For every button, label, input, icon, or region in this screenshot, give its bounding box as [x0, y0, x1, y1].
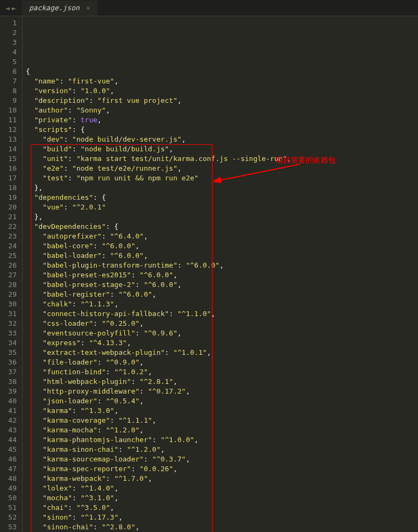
line-number: 39: [3, 387, 17, 396]
line-number: 6: [3, 67, 17, 76]
code-line: "dev": "node build/dev-server.js",: [26, 135, 418, 144]
nav-back-icon[interactable]: ◄: [4, 4, 11, 12]
line-number: 27: [3, 270, 17, 280]
line-number: 2: [3, 28, 17, 38]
line-number: 43: [3, 425, 17, 435]
line-number: 8: [3, 86, 17, 96]
line-number: 52: [3, 513, 17, 522]
line-number: 3: [3, 38, 17, 47]
line-number: 48: [3, 474, 17, 484]
close-icon[interactable]: ×: [86, 4, 90, 12]
code-line: },: [26, 183, 418, 193]
code-line: "karma-spec-reporter": "0.0.26",: [26, 464, 418, 474]
line-number: 13: [3, 135, 17, 144]
code-line: "devDependencies": {: [26, 222, 418, 232]
code-line: "chalk": "^1.1.3",: [26, 299, 418, 309]
nav-forward-icon[interactable]: ►: [11, 4, 17, 12]
line-number: 9: [3, 96, 17, 106]
code-line: "karma-mocha": "^1.2.0",: [26, 425, 418, 435]
code-line: "connect-history-api-fallback": "^1.1.0"…: [26, 309, 418, 319]
line-number: 32: [3, 319, 17, 328]
line-number: 47: [3, 464, 17, 474]
code-line: "test": "npm run unit && npm run e2e": [26, 173, 418, 183]
code-line: "author": "Sonny",: [26, 106, 418, 115]
code-line: "babel-preset-es2015": "^6.0.0",: [26, 270, 418, 280]
code-line: "build": "node build/build.js",: [26, 144, 418, 154]
code-line: {: [26, 67, 418, 76]
code-line: "scripts": {: [26, 125, 418, 135]
line-number: 21: [3, 212, 17, 222]
code-line: "css-loader": "^0.25.0",: [26, 319, 418, 328]
line-number: 28: [3, 280, 17, 290]
code-line: "dependencies": {: [26, 193, 418, 202]
line-number: 14: [3, 144, 17, 154]
code-line: "file-loader": "^0.9.0",: [26, 358, 418, 367]
line-number: 24: [3, 241, 17, 251]
line-number: 34: [3, 338, 17, 348]
line-number: 18: [3, 183, 17, 193]
code-line: "function-bind": "^1.0.2",: [26, 367, 418, 377]
line-number: 4: [3, 47, 17, 57]
code-line: "babel-plugin-transform-runtime": "^6.0.…: [26, 261, 418, 270]
line-number: 1: [3, 18, 17, 28]
nav-arrows: ◄ ►: [0, 4, 22, 12]
line-number: 50: [3, 493, 17, 503]
line-number: 16: [3, 164, 17, 173]
line-number: 31: [3, 309, 17, 319]
line-number: 15: [3, 154, 17, 164]
line-number: 49: [3, 484, 17, 493]
line-number: 25: [3, 251, 17, 261]
line-number: 5: [3, 57, 17, 67]
line-number: 22: [3, 222, 17, 232]
line-number: 35: [3, 348, 17, 358]
code-line: "karma-webpack": "^1.7.0",: [26, 474, 418, 484]
code-line: "karma": "^1.3.0",: [26, 406, 418, 416]
line-number: 37: [3, 367, 17, 377]
code-line: "express": "^4.13.3",: [26, 338, 418, 348]
code-line: "babel-preset-stage-2": "^6.0.0",: [26, 280, 418, 290]
line-gutter: 1234567891011121314151617181920212223242…: [0, 16, 23, 532]
line-number: 51: [3, 503, 17, 513]
code-line: "e2e": "node test/e2e/runner.js",: [26, 164, 418, 173]
code-line: "karma-phantomjs-launcher": "^1.0.0",: [26, 435, 418, 445]
line-number: 10: [3, 106, 17, 115]
code-line: "karma-coverage": "^1.1.1",: [26, 416, 418, 425]
code-line: "babel-core": "^6.0.0",: [26, 241, 418, 251]
line-number: 29: [3, 290, 17, 299]
code-line: "lolex": "^1.4.0",: [26, 484, 418, 493]
line-number: 45: [3, 445, 17, 454]
code-line: "json-loader": "^0.5.4",: [26, 396, 418, 406]
line-number: 33: [3, 328, 17, 338]
editor: 1234567891011121314151617181920212223242…: [0, 16, 418, 532]
code-line: "sinon": "^1.17.3",: [26, 513, 418, 522]
line-number: 42: [3, 416, 17, 425]
line-number: 53: [3, 522, 17, 532]
code-line: "description": "first vue project",: [26, 96, 418, 106]
code-line: },: [26, 212, 418, 222]
line-number: 17: [3, 173, 17, 183]
line-number: 46: [3, 454, 17, 464]
code-line: "name": "first-vue",: [26, 76, 418, 86]
code-line: "version": "1.0.0",: [26, 86, 418, 96]
code-line: "babel-register": "^6.0.0",: [26, 290, 418, 299]
code-line: "chai": "^3.5.0",: [26, 503, 418, 513]
line-number: 23: [3, 232, 17, 241]
line-number: 20: [3, 202, 17, 212]
line-number: 12: [3, 125, 17, 135]
line-number: 19: [3, 193, 17, 202]
code-line: "vue": "^2.0.1": [26, 202, 418, 212]
line-number: 26: [3, 261, 17, 270]
code-line: "karma-sourcemap-loader": "^0.3.7",: [26, 454, 418, 464]
line-number: 38: [3, 377, 17, 387]
line-number: 36: [3, 358, 17, 367]
code-line: "mocha": "^3.1.0",: [26, 493, 418, 503]
tab-bar: ◄ ► package.json ×: [0, 0, 418, 16]
code-line: "private": true,: [26, 115, 418, 125]
code-line: "unit": "karma start test/unit/karma.con…: [26, 154, 418, 164]
tab-package-json[interactable]: package.json ×: [22, 1, 98, 15]
code-line: "html-webpack-plugin": "^2.8.1",: [26, 377, 418, 387]
code-line: "extract-text-webpack-plugin": "^1.0.1",: [26, 348, 418, 358]
line-number: 30: [3, 299, 17, 309]
code-line: "sinon-chai": "^2.8.0",: [26, 522, 418, 532]
code-area[interactable]: 项目需要的依赖包 { "name": "first-vue", "version…: [23, 16, 418, 532]
